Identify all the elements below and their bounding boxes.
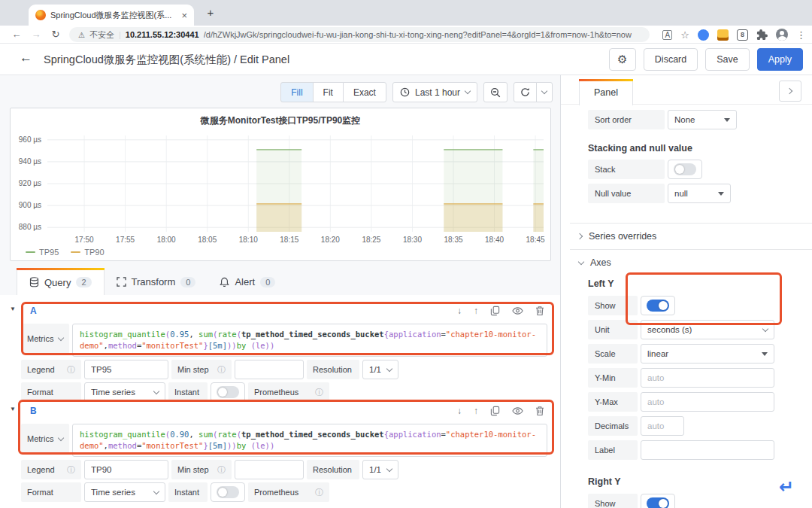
resolution-select[interactable]: 1/1 bbox=[362, 460, 398, 479]
toggle-on bbox=[647, 497, 669, 508]
svg-text:18:00: 18:00 bbox=[157, 236, 176, 244]
legend-format-input[interactable] bbox=[84, 460, 168, 479]
time-range-picker[interactable]: Last 1 hour bbox=[392, 82, 477, 102]
legend-item-tp90[interactable]: TP90 bbox=[71, 248, 104, 257]
right-y-show-toggle[interactable] bbox=[641, 494, 675, 508]
trash-icon[interactable] bbox=[535, 406, 544, 416]
instant-toggle[interactable] bbox=[211, 482, 245, 502]
trash-icon[interactable] bbox=[535, 306, 544, 316]
info-icon: ⓘ bbox=[67, 464, 75, 476]
y-min-input[interactable] bbox=[641, 368, 774, 388]
min-step-input[interactable] bbox=[235, 360, 304, 379]
tab-alert[interactable]: Alert 0 bbox=[208, 268, 287, 296]
apply-button[interactable]: Apply bbox=[757, 48, 803, 71]
promql-editor-b[interactable]: histogram_quantile(0.90, sum(rate(tp_met… bbox=[72, 424, 547, 457]
collapse-pane-button[interactable] bbox=[779, 81, 801, 102]
move-up-icon[interactable]: ↑ bbox=[474, 406, 478, 416]
datasource-label: Metrics bbox=[27, 334, 53, 343]
discard-button[interactable]: Discard bbox=[644, 48, 698, 71]
duplicate-icon[interactable] bbox=[490, 306, 500, 316]
browser-menu-icon[interactable]: ⋮ bbox=[796, 29, 806, 41]
duplicate-icon[interactable] bbox=[490, 406, 500, 416]
chart-plot[interactable]: 880 µs900 µs920 µs940 µs960 µs17:5017:55… bbox=[13, 128, 550, 247]
collapse-chevron-icon[interactable]: ▼ bbox=[10, 306, 16, 312]
resolution-select[interactable]: 1/1 bbox=[362, 360, 398, 379]
back-arrow-icon[interactable]: ← bbox=[20, 50, 32, 65]
axis-label-input[interactable] bbox=[641, 440, 774, 460]
datasource-dropdown[interactable]: Metrics bbox=[21, 424, 69, 454]
exact-button[interactable]: Exact bbox=[343, 82, 386, 102]
new-tab-button[interactable]: + bbox=[203, 5, 218, 20]
tab-panel[interactable]: Panel bbox=[579, 79, 633, 105]
left-y-unit-select[interactable]: seconds (s) bbox=[641, 320, 774, 339]
page-title: SpringCloud微服务监控视图(系统性能) / Edit Panel bbox=[44, 53, 289, 67]
query-b-header[interactable]: B ↓ ↑ bbox=[21, 401, 553, 421]
promql-editor-a[interactable]: histogram_quantile(0.95, sum(rate(tp_met… bbox=[72, 324, 547, 357]
refresh-interval-dropdown[interactable] bbox=[536, 82, 553, 102]
instant-toggle[interactable] bbox=[211, 382, 245, 402]
browser-reload-icon[interactable]: ↻ bbox=[48, 27, 63, 42]
browser-tab-strip: SpringCloud微服务监控视图(系... × + bbox=[0, 0, 812, 26]
chevron-down-icon bbox=[465, 88, 471, 94]
extension-8-icon[interactable]: 8 bbox=[737, 29, 748, 41]
legend-format-input[interactable] bbox=[84, 360, 168, 379]
fill-button[interactable]: Fill bbox=[280, 82, 313, 102]
stack-toggle[interactable] bbox=[668, 160, 702, 179]
legend-item-tp95[interactable]: TP95 bbox=[26, 248, 59, 257]
url-bar[interactable]: ⚠ 不安全 | 10.211.55.12:30441/d/hZWkjJwGk/s… bbox=[69, 27, 650, 42]
format-select[interactable]: Time series bbox=[84, 482, 165, 502]
format-label: Format bbox=[21, 382, 81, 402]
disable-eye-icon[interactable] bbox=[512, 406, 523, 415]
refresh-button[interactable] bbox=[514, 82, 537, 102]
svg-text:17:50: 17:50 bbox=[75, 236, 94, 244]
series-overrides-section[interactable]: Series overrides bbox=[570, 223, 812, 249]
svg-text:18:25: 18:25 bbox=[362, 236, 380, 244]
chevron-right-icon bbox=[786, 88, 792, 94]
query-ref: A bbox=[30, 306, 457, 316]
panel-settings-button[interactable]: ⚙ bbox=[609, 48, 636, 71]
svg-text:18:45: 18:45 bbox=[526, 236, 545, 244]
browser-forward-icon[interactable]: → bbox=[29, 27, 44, 42]
browser-back-icon[interactable]: ← bbox=[9, 27, 24, 42]
axes-section[interactable]: Axes bbox=[570, 249, 812, 275]
y-max-input[interactable] bbox=[641, 392, 774, 412]
query-a-options-row2: Format Time series Instant Prometheusⓘ bbox=[21, 382, 553, 402]
unit-label: Unit bbox=[588, 320, 638, 339]
tab-query[interactable]: Query 2 bbox=[17, 268, 105, 296]
prometheus-label: Prometheusⓘ bbox=[248, 382, 329, 402]
left-y-scale-select[interactable]: linear bbox=[641, 344, 774, 364]
datasource-dropdown[interactable]: Metrics bbox=[21, 324, 69, 354]
save-button[interactable]: Save bbox=[705, 48, 750, 71]
svg-text:18:15: 18:15 bbox=[280, 236, 298, 244]
sort-order-row: Sort order None bbox=[588, 110, 812, 129]
transform-count-badge: 0 bbox=[180, 277, 195, 287]
fit-button[interactable]: Fit bbox=[313, 82, 344, 102]
extension-blue-icon[interactable] bbox=[698, 29, 709, 41]
extension-yellow-icon[interactable] bbox=[717, 29, 729, 41]
query-a-header[interactable]: A ↓ ↑ bbox=[21, 301, 553, 321]
browser-tab[interactable]: SpringCloud微服务监控视图(系... × bbox=[29, 5, 194, 26]
format-label: Format bbox=[21, 482, 81, 502]
tab-transform[interactable]: Transform 0 bbox=[105, 268, 208, 296]
min-step-input[interactable] bbox=[235, 460, 304, 479]
null-value-select[interactable]: null bbox=[668, 184, 731, 203]
move-up-icon[interactable]: ↑ bbox=[474, 306, 478, 316]
move-down-icon[interactable]: ↓ bbox=[457, 406, 462, 416]
move-down-icon[interactable]: ↓ bbox=[457, 306, 462, 316]
extensions-puzzle-icon[interactable] bbox=[756, 29, 768, 41]
profile-avatar[interactable] bbox=[776, 29, 788, 41]
bookmark-star-icon[interactable]: ☆ bbox=[680, 29, 689, 41]
decimals-input[interactable] bbox=[641, 416, 684, 436]
format-select[interactable]: Time series bbox=[84, 382, 165, 402]
not-secure-label: 不安全 bbox=[89, 29, 114, 41]
sort-order-select[interactable]: None bbox=[668, 110, 737, 129]
pane-tab-bar: Panel bbox=[561, 75, 812, 105]
translate-icon[interactable]: A bbox=[662, 30, 672, 40]
zoom-out-button[interactable] bbox=[483, 82, 508, 102]
collapse-chevron-icon[interactable]: ▼ bbox=[10, 406, 16, 412]
left-y-show-toggle[interactable] bbox=[641, 296, 675, 315]
disable-eye-icon[interactable] bbox=[512, 306, 523, 315]
chevron-down-icon bbox=[578, 258, 584, 264]
tab-close-icon[interactable]: × bbox=[181, 11, 187, 20]
query-a-options-row1: Legendⓘ Min stepⓘ Resolution 1/1 bbox=[21, 360, 553, 379]
